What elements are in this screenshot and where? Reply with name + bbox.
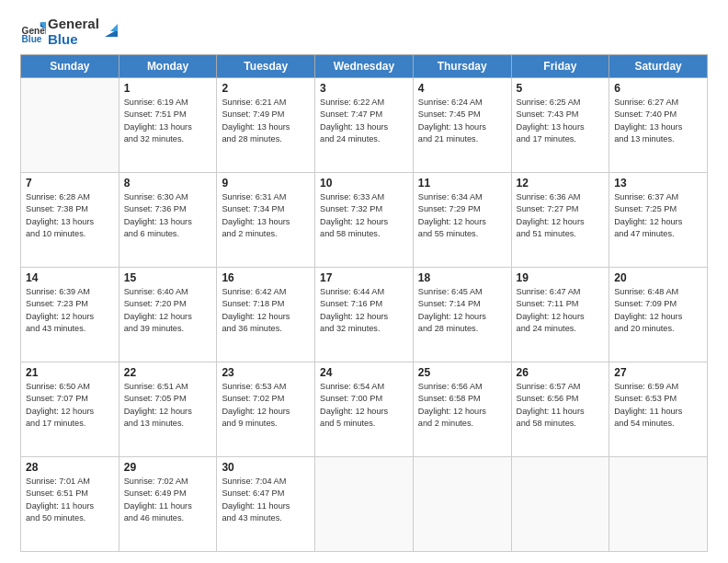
calendar-day-cell: 3Sunrise: 6:22 AMSunset: 7:47 PMDaylight…	[315, 78, 414, 173]
day-number: 20	[614, 271, 702, 284]
day-number: 5	[517, 82, 605, 95]
day-info: Sunrise: 6:48 AMSunset: 7:09 PMDaylight:…	[614, 286, 702, 335]
calendar-day-cell	[609, 457, 708, 552]
calendar-day-cell: 19Sunrise: 6:47 AMSunset: 7:11 PMDayligh…	[511, 268, 609, 362]
calendar-day-cell: 25Sunrise: 6:56 AMSunset: 6:58 PMDayligh…	[413, 362, 511, 457]
day-number: 2	[222, 82, 310, 95]
calendar-day-cell: 27Sunrise: 6:59 AMSunset: 6:53 PMDayligh…	[609, 362, 708, 457]
calendar-day-cell: 6Sunrise: 6:27 AMSunset: 7:40 PMDaylight…	[609, 78, 708, 173]
day-number: 16	[222, 271, 310, 284]
logo-arrow-icon	[101, 20, 121, 40]
day-info: Sunrise: 6:44 AMSunset: 7:16 PMDaylight:…	[320, 286, 408, 335]
calendar-day-cell	[21, 78, 119, 173]
day-info: Sunrise: 6:27 AMSunset: 7:40 PMDaylight:…	[614, 97, 702, 145]
day-info: Sunrise: 6:24 AMSunset: 7:45 PMDaylight:…	[418, 97, 506, 145]
generalblue-logo-icon: General Blue	[20, 19, 46, 45]
day-info: Sunrise: 7:01 AMSunset: 6:51 PMDaylight:…	[26, 476, 114, 524]
day-number: 13	[614, 177, 702, 190]
day-info: Sunrise: 6:22 AMSunset: 7:47 PMDaylight:…	[320, 97, 408, 145]
calendar-day-cell: 15Sunrise: 6:40 AMSunset: 7:20 PMDayligh…	[119, 268, 217, 362]
calendar-day-cell: 7Sunrise: 6:28 AMSunset: 7:38 PMDaylight…	[21, 173, 119, 268]
day-number: 21	[26, 366, 114, 379]
calendar-day-cell: 14Sunrise: 6:39 AMSunset: 7:23 PMDayligh…	[21, 268, 119, 362]
day-number: 24	[320, 366, 408, 379]
header: General Blue General Blue	[20, 17, 708, 47]
day-number: 11	[418, 177, 506, 190]
day-info: Sunrise: 6:47 AMSunset: 7:11 PMDaylight:…	[517, 286, 605, 335]
calendar-day-cell: 26Sunrise: 6:57 AMSunset: 6:56 PMDayligh…	[511, 362, 609, 457]
day-number: 7	[26, 177, 114, 190]
page: General Blue General Blue SundayMondayTu…	[0, 0, 728, 563]
calendar-day-cell: 13Sunrise: 6:37 AMSunset: 7:25 PMDayligh…	[609, 173, 708, 268]
calendar-day-cell	[511, 457, 609, 552]
day-info: Sunrise: 6:57 AMSunset: 6:56 PMDaylight:…	[517, 381, 605, 430]
day-info: Sunrise: 6:45 AMSunset: 7:14 PMDaylight:…	[418, 286, 506, 335]
logo-blue-text: Blue	[48, 32, 99, 48]
day-info: Sunrise: 6:59 AMSunset: 6:53 PMDaylight:…	[614, 381, 702, 430]
calendar-week-row: 1Sunrise: 6:19 AMSunset: 7:51 PMDaylight…	[21, 78, 708, 173]
calendar-day-cell: 4Sunrise: 6:24 AMSunset: 7:45 PMDaylight…	[413, 78, 511, 173]
calendar-day-cell: 5Sunrise: 6:25 AMSunset: 7:43 PMDaylight…	[511, 78, 609, 173]
calendar-day-cell: 16Sunrise: 6:42 AMSunset: 7:18 PMDayligh…	[217, 268, 315, 362]
day-info: Sunrise: 6:33 AMSunset: 7:32 PMDaylight:…	[320, 191, 408, 240]
calendar-day-cell: 20Sunrise: 6:48 AMSunset: 7:09 PMDayligh…	[609, 268, 708, 362]
day-info: Sunrise: 6:54 AMSunset: 7:00 PMDaylight:…	[320, 381, 408, 430]
day-info: Sunrise: 6:25 AMSunset: 7:43 PMDaylight:…	[517, 97, 605, 145]
calendar-day-cell: 22Sunrise: 6:51 AMSunset: 7:05 PMDayligh…	[119, 362, 217, 457]
day-number: 15	[124, 271, 212, 284]
weekday-header-saturday: Saturday	[609, 55, 708, 78]
calendar-day-cell: 23Sunrise: 6:53 AMSunset: 7:02 PMDayligh…	[217, 362, 315, 457]
day-info: Sunrise: 6:30 AMSunset: 7:36 PMDaylight:…	[124, 191, 212, 240]
weekday-header-tuesday: Tuesday	[217, 55, 315, 78]
day-number: 12	[517, 177, 605, 190]
calendar-day-cell: 9Sunrise: 6:31 AMSunset: 7:34 PMDaylight…	[217, 173, 315, 268]
weekday-header-thursday: Thursday	[413, 55, 511, 78]
day-number: 17	[320, 271, 408, 284]
svg-text:Blue: Blue	[22, 33, 42, 43]
calendar-week-row: 28Sunrise: 7:01 AMSunset: 6:51 PMDayligh…	[21, 457, 708, 552]
weekday-header-monday: Monday	[119, 55, 217, 78]
day-number: 4	[418, 82, 506, 95]
day-info: Sunrise: 6:50 AMSunset: 7:07 PMDaylight:…	[26, 381, 114, 430]
day-number: 30	[222, 461, 310, 474]
weekday-header-row: SundayMondayTuesdayWednesdayThursdayFrid…	[21, 55, 708, 78]
day-number: 6	[614, 82, 702, 95]
day-number: 23	[222, 366, 310, 379]
day-info: Sunrise: 7:04 AMSunset: 6:47 PMDaylight:…	[222, 476, 310, 524]
day-number: 3	[320, 82, 408, 95]
calendar-day-cell	[315, 457, 414, 552]
day-info: Sunrise: 6:36 AMSunset: 7:27 PMDaylight:…	[517, 191, 605, 240]
calendar-day-cell: 18Sunrise: 6:45 AMSunset: 7:14 PMDayligh…	[413, 268, 511, 362]
logo: General Blue General Blue	[20, 17, 121, 47]
weekday-header-friday: Friday	[511, 55, 609, 78]
day-number: 1	[124, 82, 212, 95]
day-info: Sunrise: 6:51 AMSunset: 7:05 PMDaylight:…	[124, 381, 212, 430]
weekday-header-sunday: Sunday	[21, 55, 119, 78]
calendar-day-cell: 11Sunrise: 6:34 AMSunset: 7:29 PMDayligh…	[413, 173, 511, 268]
day-info: Sunrise: 6:31 AMSunset: 7:34 PMDaylight:…	[222, 191, 310, 240]
weekday-header-wednesday: Wednesday	[315, 55, 414, 78]
day-number: 22	[124, 366, 212, 379]
day-number: 28	[26, 461, 114, 474]
day-number: 8	[124, 177, 212, 190]
day-info: Sunrise: 6:39 AMSunset: 7:23 PMDaylight:…	[26, 286, 114, 335]
day-number: 10	[320, 177, 408, 190]
calendar-week-row: 14Sunrise: 6:39 AMSunset: 7:23 PMDayligh…	[21, 268, 708, 362]
day-number: 19	[517, 271, 605, 284]
day-info: Sunrise: 6:21 AMSunset: 7:49 PMDaylight:…	[222, 97, 310, 145]
calendar-day-cell: 30Sunrise: 7:04 AMSunset: 6:47 PMDayligh…	[217, 457, 315, 552]
calendar-day-cell: 2Sunrise: 6:21 AMSunset: 7:49 PMDaylight…	[217, 78, 315, 173]
day-number: 18	[418, 271, 506, 284]
logo-general-text: General	[48, 17, 99, 32]
day-info: Sunrise: 6:19 AMSunset: 7:51 PMDaylight:…	[124, 97, 212, 145]
day-number: 29	[124, 461, 212, 474]
day-number: 25	[418, 366, 506, 379]
calendar-week-row: 7Sunrise: 6:28 AMSunset: 7:38 PMDaylight…	[21, 173, 708, 268]
day-number: 9	[222, 177, 310, 190]
calendar-day-cell: 17Sunrise: 6:44 AMSunset: 7:16 PMDayligh…	[315, 268, 414, 362]
day-number: 14	[26, 271, 114, 284]
day-info: Sunrise: 6:56 AMSunset: 6:58 PMDaylight:…	[418, 381, 506, 430]
calendar-day-cell: 8Sunrise: 6:30 AMSunset: 7:36 PMDaylight…	[119, 173, 217, 268]
calendar-day-cell: 29Sunrise: 7:02 AMSunset: 6:49 PMDayligh…	[119, 457, 217, 552]
calendar-day-cell	[413, 457, 511, 552]
